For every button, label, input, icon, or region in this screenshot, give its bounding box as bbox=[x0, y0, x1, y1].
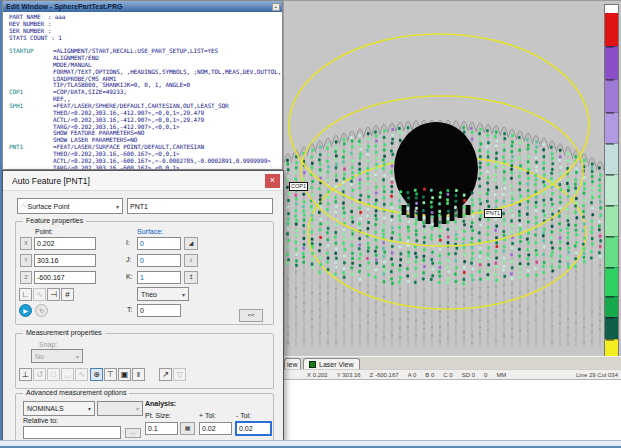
code-line: STARTUP=ALIGNMENT/START,RECALL:USE_PART_… bbox=[9, 48, 282, 55]
measure-iconrow-2: ⊕⊤▣‖ bbox=[90, 368, 145, 381]
code-line: SHOW FEATURE PARAMETERS=NO bbox=[9, 130, 282, 137]
minus-tol-label: - Tol: bbox=[236, 412, 251, 419]
arc-region-icon[interactable]: ◡ bbox=[61, 368, 74, 381]
surface-label[interactable]: Surface: bbox=[137, 228, 163, 235]
k-value-input[interactable] bbox=[137, 271, 181, 284]
pixel-size-icon[interactable]: ▦ bbox=[180, 422, 195, 435]
plus-tol-label: + Tol: bbox=[199, 412, 216, 419]
nominals-combo[interactable]: NOMINALS ▾ bbox=[23, 401, 95, 416]
level-icon[interactable]: ⊤ bbox=[104, 368, 117, 381]
status-bar: X 0.202Y 303.16Z -600.167A 0B 0C 0SD 00M… bbox=[283, 369, 621, 379]
measure-iconrow-1: ⊥↺□◡∿ bbox=[19, 368, 88, 381]
retest-button[interactable]: ↻ bbox=[35, 304, 48, 317]
y-value-input[interactable] bbox=[34, 254, 96, 267]
box-region-icon[interactable]: □ bbox=[47, 368, 60, 381]
feature-type-combo[interactable]: ∴ Surface Point ▾ bbox=[17, 198, 123, 214]
vector-pick-button[interactable]: ◢ bbox=[184, 237, 198, 250]
browse-button[interactable]: ... bbox=[125, 428, 141, 438]
edit-window-menu-button[interactable]: ▪ bbox=[272, 3, 280, 11]
app-frame-left bbox=[0, 0, 2, 448]
auto-feature-dialog: Auto Feature [PNT1] × ∴ Surface Point ▾ … bbox=[2, 170, 284, 441]
pt-size-label: Pt. Size: bbox=[145, 412, 171, 419]
spline-region-icon[interactable]: ∿ bbox=[75, 368, 88, 381]
code-line: TIP/TLASB000, SHANKIJK=0, 0, 1, ANGLE=0 bbox=[9, 82, 282, 89]
app-window: Edit Window - SpherePartTest.PRG ▪ PART … bbox=[0, 0, 621, 448]
j-value-input[interactable] bbox=[137, 254, 181, 267]
color-scale-segment bbox=[605, 267, 618, 296]
chevron-down-icon: ▾ bbox=[116, 203, 119, 210]
status-field: Line 29 Col 034 bbox=[576, 372, 621, 378]
x-value-input[interactable] bbox=[34, 237, 96, 250]
i-value-input[interactable] bbox=[137, 237, 181, 250]
close-icon[interactable]: × bbox=[265, 174, 280, 188]
color-scale-segment bbox=[605, 143, 618, 174]
x-axis-button[interactable]: X bbox=[20, 237, 32, 250]
code-line: COP1=COP/DATA,SIZE=49233, bbox=[9, 89, 282, 96]
color-scale-segment bbox=[605, 174, 618, 205]
edit-window-titlebar[interactable]: Edit Window - SpherePartTest.PRG ▪ bbox=[3, 1, 282, 12]
bars-icon[interactable]: ‖ bbox=[132, 368, 145, 381]
chevron-down-icon: ▾ bbox=[88, 405, 91, 412]
tab-view-partial-label: iew bbox=[287, 360, 298, 370]
status-field: X 0.202 bbox=[307, 372, 328, 378]
measurement-properties-legend: Measurement properties bbox=[23, 329, 105, 336]
nominals-combo-value: NOMINALS bbox=[27, 405, 64, 412]
code-lines[interactable]: PART NAME : aaaREV NUMBER :SER NUMBER :S… bbox=[3, 12, 282, 169]
color-scale-segment bbox=[605, 79, 618, 112]
status-field: MM bbox=[496, 372, 506, 378]
z-value-input[interactable] bbox=[34, 271, 96, 284]
status-field: 0 bbox=[484, 372, 487, 378]
point-target-icon[interactable]: ⊣ bbox=[47, 288, 60, 301]
color-scale-segment bbox=[605, 13, 618, 46]
snap-combo[interactable]: No ▾ bbox=[31, 349, 83, 363]
app-frame-bottom bbox=[0, 440, 621, 448]
play-button[interactable]: ▶ bbox=[19, 304, 32, 317]
color-scale-segment bbox=[605, 112, 618, 143]
color-scale-segment bbox=[605, 296, 618, 317]
pt-size-input[interactable] bbox=[145, 422, 178, 435]
dialog-title[interactable]: Auto Feature [PNT1] bbox=[3, 171, 283, 191]
feature-name-input[interactable] bbox=[127, 198, 273, 214]
view-tabstrip: iew Laser View bbox=[283, 356, 621, 369]
axis-mode-icon[interactable]: ∟ bbox=[19, 288, 32, 301]
feature-properties-legend: Feature properties bbox=[23, 217, 86, 224]
status-field: SD 0 bbox=[462, 372, 475, 378]
t-value-input[interactable] bbox=[137, 304, 181, 317]
minus-tol-input[interactable] bbox=[235, 421, 272, 436]
chevron-down-icon: ▾ bbox=[76, 353, 79, 360]
status-field: C 0 bbox=[443, 372, 452, 378]
j-label: J: bbox=[126, 256, 131, 263]
y-axis-button[interactable]: Y bbox=[20, 254, 32, 267]
k-label: K: bbox=[126, 273, 133, 280]
tab-laser-view-label: Laser View bbox=[319, 360, 354, 370]
relative-to-input[interactable] bbox=[23, 426, 121, 439]
nominals-mode-combo[interactable]: ▾ bbox=[97, 401, 143, 416]
status-field: Z -600.167 bbox=[370, 372, 399, 378]
flip-vector-button[interactable]: ↕ bbox=[184, 254, 198, 267]
target-icon[interactable]: ⊕ bbox=[90, 368, 103, 381]
grid-icon[interactable]: # bbox=[61, 288, 74, 301]
code-line: ALIGNMENT/END bbox=[9, 55, 282, 62]
block-icon[interactable]: ▣ bbox=[118, 368, 131, 381]
theo-combo-value: Theo bbox=[141, 291, 157, 298]
feature-type-value: Surface Point bbox=[27, 203, 69, 210]
plus-tol-input[interactable] bbox=[199, 422, 232, 435]
collapse-button[interactable]: << bbox=[239, 309, 263, 322]
filter-icon[interactable]: ▽ bbox=[173, 368, 186, 381]
pnt-feature-label[interactable]: PNT1 bbox=[484, 209, 502, 218]
laser-view-icon bbox=[309, 361, 316, 368]
color-scale-segment bbox=[605, 236, 618, 267]
advanced-options-legend: Advanced measurement options bbox=[23, 389, 129, 396]
pointer-flow-icon[interactable]: ↗ bbox=[159, 368, 172, 381]
axis-align-button[interactable]: ↥ bbox=[184, 271, 198, 284]
theo-combo[interactable]: Theo ▾ bbox=[137, 287, 189, 301]
chevron-down-icon: ▾ bbox=[182, 291, 185, 298]
cop-feature-label[interactable]: COP1 bbox=[289, 182, 308, 191]
rotate-icon[interactable]: ↺ bbox=[33, 368, 46, 381]
scan-svg[interactable] bbox=[284, 1, 621, 356]
z-axis-button[interactable]: Z bbox=[20, 271, 32, 284]
scan-profile-icon[interactable]: ∿ bbox=[33, 288, 46, 301]
probe-point-icon[interactable]: ⊥ bbox=[19, 368, 32, 381]
feature-toggle-iconrow: ∟∿⊣# bbox=[19, 288, 74, 301]
laser-viewport[interactable]: COP1 PNT1 bbox=[283, 0, 621, 356]
